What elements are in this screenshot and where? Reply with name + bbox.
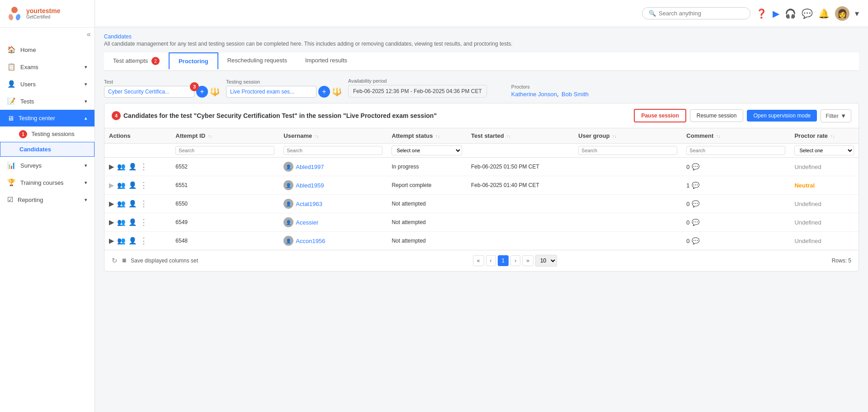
page-1-button[interactable]: 1 — [498, 255, 509, 266]
session-add-button[interactable]: + — [318, 86, 330, 98]
username-text[interactable]: Actat1963 — [296, 201, 322, 207]
group-icon[interactable]: 👥 — [117, 218, 126, 226]
sidebar-item-surveys[interactable]: 📊 Surveys ▾ — [0, 157, 94, 174]
test-filter-input[interactable]: Cyber Security Certifica... — [104, 86, 194, 98]
col-comment[interactable]: Comment ↑↓ — [682, 128, 790, 144]
comment-icon[interactable]: 💬 — [692, 237, 699, 244]
search-input[interactable] — [659, 10, 731, 17]
session-filter-input[interactable]: Live Proctored exam ses... — [226, 86, 316, 98]
bell-icon-button[interactable]: 🔔 — [818, 8, 830, 19]
comment-icon[interactable]: 💬 — [692, 219, 699, 226]
comment-icon[interactable]: 💬 — [692, 163, 699, 170]
test-filter-icon[interactable]: 🔱 — [210, 87, 220, 97]
open-supervision-button[interactable]: Open supervision mode — [747, 110, 817, 122]
chevron-down-icon: ▾ — [85, 163, 87, 169]
col-user-group[interactable]: User group ↑↓ — [574, 128, 682, 144]
save-columns-button[interactable]: Save displayed columns set — [131, 258, 198, 264]
sidebar-item-testing-center[interactable]: 🖥 Testing center ▴ — [0, 110, 94, 126]
user-menu-chevron[interactable]: ▾ — [855, 9, 859, 19]
next-page-button[interactable]: › — [510, 255, 520, 266]
table-header-row: Actions Attempt ID ↑↓ Username ↑↓ Attemp… — [104, 128, 859, 144]
more-options-icon[interactable]: ⋮ — [140, 180, 148, 190]
headset-icon-button[interactable]: 🎧 — [785, 8, 796, 19]
filter-button[interactable]: Filter ▼ — [821, 109, 851, 122]
username-link[interactable]: 👤 Acessier — [283, 217, 382, 227]
col-proctor-rate[interactable]: Proctor rate ↑↓ — [790, 128, 859, 144]
user-icon[interactable]: 👤 — [128, 218, 137, 226]
more-options-icon[interactable]: ⋮ — [140, 162, 148, 172]
proctor1-link[interactable]: Katherine Jonson — [511, 91, 557, 98]
collapse-sidebar-button[interactable]: « — [87, 30, 91, 38]
sidebar-item-home[interactable]: 🏠 Home — [0, 41, 94, 58]
play-icon[interactable]: ▶ — [109, 218, 114, 226]
pause-session-button[interactable]: Pause session — [634, 109, 686, 122]
sidebar-item-label: Exams — [20, 64, 80, 70]
more-options-icon[interactable]: ⋮ — [140, 199, 148, 209]
session-filter-icon[interactable]: 🔱 — [332, 87, 342, 97]
resume-session-button[interactable]: Resume session — [690, 109, 744, 122]
tab-rescheduling[interactable]: Rescheduling requests — [218, 52, 296, 69]
search-icon: 🔍 — [649, 10, 656, 17]
col-username[interactable]: Username ↑↓ — [279, 128, 387, 144]
group-icon[interactable]: 👥 — [117, 163, 126, 171]
comment-icon[interactable]: 💬 — [692, 182, 699, 189]
last-page-button[interactable]: » — [522, 255, 533, 266]
proctor-rate-select[interactable]: Select one — [794, 145, 854, 155]
more-options-icon[interactable]: ⋮ — [140, 217, 148, 227]
col-attempt-status[interactable]: Attempt status ↑↓ — [387, 128, 467, 144]
username-text[interactable]: Accon1956 — [296, 238, 325, 244]
play-icon[interactable]: ▶ — [109, 181, 114, 189]
columns-icon[interactable]: ≡ — [122, 257, 126, 265]
sidebar-item-label: Training courses — [20, 179, 80, 186]
tab-imported[interactable]: Imported results — [296, 52, 356, 69]
user-icon[interactable]: 👤 — [128, 181, 137, 189]
reload-icon[interactable]: ↻ — [112, 257, 118, 265]
user-icon[interactable]: 👤 — [128, 163, 137, 171]
avatar[interactable]: 👩 — [835, 6, 849, 21]
play-icon[interactable]: ▶ — [109, 237, 114, 245]
group-icon[interactable]: 👥 — [117, 200, 126, 208]
attempt-id-search[interactable] — [175, 146, 274, 155]
chat-icon-button[interactable]: 💬 — [802, 8, 813, 19]
help-icon-button[interactable]: ❓ — [756, 8, 767, 19]
status-select[interactable]: Select one — [392, 145, 462, 155]
sidebar-item-testing-sessions[interactable]: 1 Testing sessions — [0, 126, 94, 142]
username-text[interactable]: Acessier — [296, 219, 318, 226]
user-icon[interactable]: 👤 — [128, 200, 137, 208]
username-link[interactable]: 👤 Abled1959 — [283, 180, 382, 190]
comment-icon[interactable]: 💬 — [692, 200, 699, 207]
username-link[interactable]: 👤 Actat1963 — [283, 199, 382, 209]
col-attempt-id[interactable]: Attempt ID ↑↓ — [171, 128, 279, 144]
group-icon[interactable]: 👥 — [117, 237, 126, 245]
sidebar-item-users[interactable]: 👤 Users ▾ — [0, 75, 94, 93]
user-icon[interactable]: 👤 — [128, 237, 137, 245]
username-text[interactable]: Abled1997 — [296, 164, 324, 170]
username-link[interactable]: 👤 Accon1956 — [283, 236, 382, 246]
sidebar-item-candidates[interactable]: Candidates — [0, 142, 94, 157]
group-icon[interactable]: 👥 — [117, 181, 126, 189]
sidebar-item-training-courses[interactable]: 🏆 Training courses ▾ — [0, 174, 94, 191]
username-search[interactable] — [283, 146, 382, 155]
per-page-select[interactable]: 10 25 50 — [535, 255, 557, 267]
play-icon[interactable]: ▶ — [109, 163, 114, 171]
col-test-started[interactable]: Test started ↑↓ — [467, 128, 574, 144]
actions-cell: ▶ 👥 👤 ⋮ — [104, 195, 171, 213]
breadcrumb[interactable]: Candidates — [104, 33, 859, 40]
sidebar-item-reporting[interactable]: ☑ Reporting ▾ — [0, 191, 94, 208]
sidebar-item-tests[interactable]: 📝 Tests ▾ — [0, 93, 94, 110]
user-group-cell — [574, 232, 682, 250]
sidebar-item-exams[interactable]: 📋 Exams ▾ — [0, 58, 94, 75]
username-text[interactable]: Abled1959 — [296, 182, 324, 189]
user-group-search[interactable] — [578, 146, 677, 155]
comment-search[interactable] — [686, 146, 785, 155]
prev-page-button[interactable]: ‹ — [486, 255, 496, 266]
first-page-button[interactable]: « — [473, 255, 484, 266]
proctor2-link[interactable]: Bob Smith — [561, 91, 589, 98]
play-icon-button[interactable]: ▶ — [773, 8, 779, 19]
username-link[interactable]: 👤 Abled1997 — [283, 162, 382, 172]
play-icon[interactable]: ▶ — [109, 200, 114, 208]
tab-proctoring[interactable]: Proctoring — [169, 52, 218, 69]
avail-filter-label: Availability period — [348, 78, 487, 84]
more-options-icon[interactable]: ⋮ — [140, 236, 148, 246]
tab-test-attempts[interactable]: Test attempts 2 — [104, 52, 169, 70]
